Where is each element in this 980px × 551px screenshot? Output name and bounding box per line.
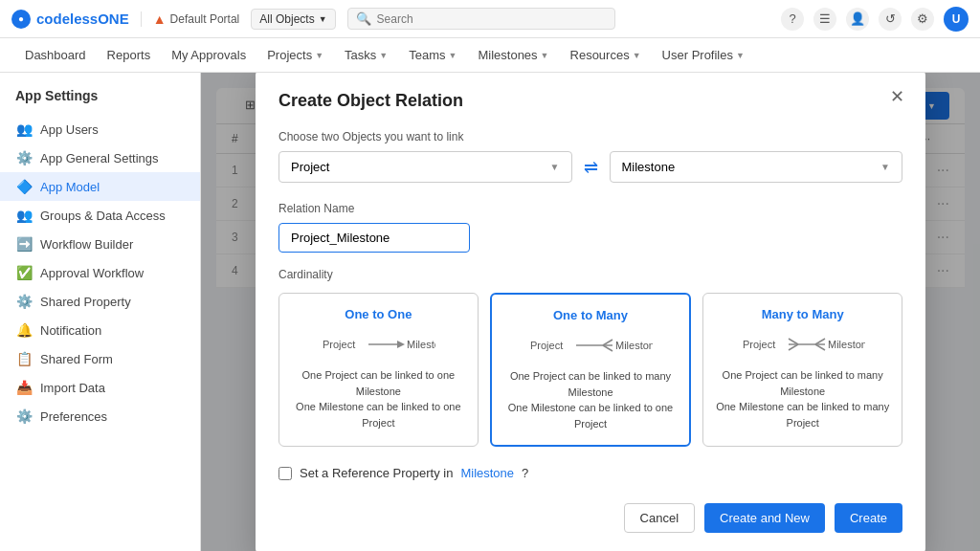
reference-checkbox[interactable] [278, 467, 292, 480]
person-add-icon[interactable]: 👤 [846, 8, 869, 31]
nav-teams[interactable]: Teams ▼ [399, 42, 466, 68]
navbar: Dashboard Reports My Approvals Projects … [0, 38, 980, 73]
relation-name-input[interactable] [278, 223, 470, 253]
sidebar-item-label: Approval Workflow [40, 266, 144, 280]
object1-value: Project [291, 160, 329, 174]
nav-milestones[interactable]: Milestones ▼ [468, 42, 558, 68]
nav-teams-label: Teams [409, 48, 445, 62]
cardinality-one-to-many[interactable]: One to Many Project Milestone One Projec… [490, 293, 692, 447]
nav-my-approvals[interactable]: My Approvals [162, 42, 256, 68]
svg-marker-2 [397, 341, 405, 348]
svg-text:Project: Project [743, 339, 775, 350]
many-to-many-title: Many to Many [715, 307, 890, 321]
nav-approvals-label: My Approvals [171, 48, 246, 62]
chevron-down-icon: ▼ [449, 51, 457, 60]
all-objects-dropdown[interactable]: All Objects ▼ [251, 9, 335, 30]
reference-label: Set a Reference Property in [300, 466, 453, 480]
reference-link[interactable]: Milestone [460, 466, 514, 480]
nav-projects[interactable]: Projects ▼ [257, 42, 333, 68]
create-and-new-button[interactable]: Create and New [704, 503, 825, 533]
nav-projects-label: Projects [267, 48, 312, 62]
search-input[interactable] [377, 12, 607, 26]
object-selector-row: Project ▼ ⇌ Milestone ▼ [278, 151, 902, 183]
form-icon: 📋 [15, 351, 33, 366]
modal-title: Create Object Relation [278, 91, 902, 111]
sidebar-item-notification[interactable]: 🔔 Notification [0, 316, 200, 344]
nav-user-profiles-label: User Profiles [662, 48, 733, 62]
nav-dashboard[interactable]: Dashboard [15, 42, 96, 68]
sidebar-item-shared-form[interactable]: 📋 Shared Form [0, 344, 200, 373]
main-layout: App Settings 👥 App Users ⚙️ App General … [0, 73, 980, 551]
sidebar-item-label: Preferences [40, 409, 107, 424]
nav-resources[interactable]: Resources ▼ [561, 42, 651, 68]
chevron-down-icon: ▼ [736, 51, 745, 60]
one-to-many-desc: One Project can be linked to many Milest… [503, 368, 679, 431]
modal-overlay: Create Object Relation ✕ Choose two Obje… [201, 73, 980, 551]
sidebar-item-label: Shared Form [40, 352, 113, 366]
create-button[interactable]: Create [835, 503, 902, 533]
help-icon[interactable]: ? [781, 8, 804, 31]
svg-text:Project: Project [530, 340, 563, 351]
many-to-many-desc: One Project can be linked to many Milest… [715, 367, 890, 430]
shared-property-icon: ⚙️ [15, 294, 33, 309]
svg-line-6 [603, 340, 612, 345]
search-box[interactable]: 🔍 [347, 8, 615, 30]
nav-reports[interactable]: Reports [98, 42, 161, 68]
svg-text:Project: Project [323, 339, 355, 350]
history-icon[interactable]: ↺ [879, 8, 902, 31]
svg-text:Milestone: Milestone [615, 340, 653, 351]
approval-icon: ✅ [15, 265, 33, 280]
cancel-button[interactable]: Cancel [624, 503, 695, 533]
sidebar-item-app-model[interactable]: 🔷 App Model [0, 172, 200, 201]
relation-name-label: Relation Name [278, 202, 902, 215]
sidebar-item-import-data[interactable]: 📥 Import Data [0, 373, 200, 402]
reference-suffix: ? [522, 466, 528, 480]
avatar[interactable]: U [944, 7, 969, 32]
nav-tasks-label: Tasks [345, 48, 376, 62]
svg-text:Milestone: Milestone [828, 339, 865, 350]
topbar: ● codelessONE ▲ Default Portal All Objec… [0, 0, 980, 38]
swap-icon[interactable]: ⇌ [584, 157, 598, 178]
svg-line-16 [815, 344, 825, 350]
users-icon: 👥 [15, 121, 33, 137]
content-area: ⊞ Objects ⇌ Object Relations 👥 Roles ⬜ P… [201, 73, 980, 551]
nav-user-profiles[interactable]: User Profiles ▼ [653, 42, 754, 68]
sidebar-item-label: Workflow Builder [40, 237, 133, 252]
object-section-label: Choose two Objects you want to link [278, 130, 902, 143]
sidebar-item-preferences[interactable]: ⚙️ Preferences [0, 402, 200, 430]
object2-select[interactable]: Milestone ▼ [610, 151, 903, 183]
sidebar-item-groups-data-access[interactable]: 👥 Groups & Data Access [0, 201, 200, 230]
cardinality-options: One to One Project Milestone One Project… [278, 293, 902, 447]
portal-selector[interactable]: ▲ Default Portal [141, 11, 240, 27]
svg-text:Milestone: Milestone [407, 339, 435, 350]
groups-icon: 👥 [15, 208, 33, 223]
modal-close-button[interactable]: ✕ [883, 83, 910, 110]
model-icon: 🔷 [15, 179, 33, 194]
sidebar-item-app-users[interactable]: 👥 App Users [0, 115, 200, 143]
nav-resources-label: Resources [570, 48, 630, 62]
sidebar-item-label: Shared Property [40, 295, 131, 309]
sidebar-item-label: App Users [40, 122, 99, 137]
logo[interactable]: ● codelessONE [11, 10, 129, 29]
sidebar-item-label: Groups & Data Access [40, 209, 166, 223]
nav-tasks[interactable]: Tasks ▼ [335, 42, 397, 68]
sidebar-item-workflow-builder[interactable]: ➡️ Workflow Builder [0, 230, 200, 258]
object1-select[interactable]: Project ▼ [278, 151, 572, 183]
nav-dashboard-label: Dashboard [25, 48, 86, 62]
cardinality-one-to-one[interactable]: One to One Project Milestone One Project… [278, 293, 479, 447]
sidebar-item-app-general-settings[interactable]: ⚙️ App General Settings [0, 143, 200, 172]
sidebar-item-shared-property[interactable]: ⚙️ Shared Property [0, 287, 200, 316]
chevron-down-icon: ▼ [379, 51, 388, 60]
chevron-down-icon: ▼ [541, 51, 549, 60]
svg-line-7 [603, 345, 612, 351]
chevron-down-icon: ▼ [550, 162, 560, 172]
sidebar-title: App Settings [0, 84, 200, 115]
sidebar-item-label: App Model [40, 180, 100, 194]
svg-line-15 [815, 339, 825, 344]
sidebar-item-label: App General Settings [40, 151, 159, 165]
logo-text: codelessONE [36, 11, 129, 27]
settings-icon[interactable]: ⚙ [911, 8, 934, 31]
cardinality-many-to-many[interactable]: Many to Many Project Mil [702, 293, 902, 447]
menu-icon[interactable]: ☰ [813, 8, 836, 31]
sidebar-item-approval-workflow[interactable]: ✅ Approval Workflow [0, 258, 200, 287]
